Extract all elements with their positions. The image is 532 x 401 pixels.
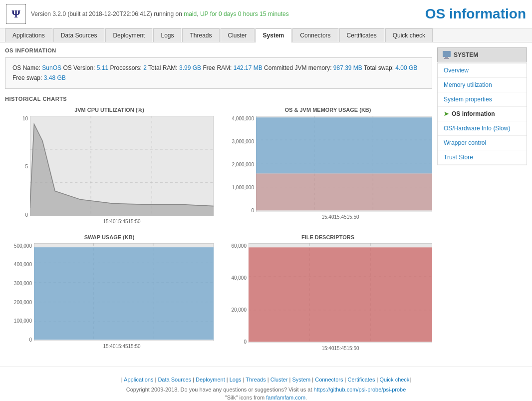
memory-y-3m: 3,000,000	[232, 139, 255, 144]
file-x-1540: 15:40	[321, 346, 334, 351]
nav-applications[interactable]: Applications	[5, 28, 52, 42]
footer-quick-check[interactable]: Quick check	[379, 377, 409, 383]
footer-connectors[interactable]: Connectors	[315, 377, 343, 383]
file-y-axis: 60,000 40,000 20,000 0	[224, 243, 249, 345]
footer-applications[interactable]: Applications	[124, 377, 153, 383]
file-chart-wrapper	[249, 243, 432, 345]
nav-deployment[interactable]: Deployment	[105, 28, 152, 42]
memory-x-axis: 15:40 15:45 15:50	[296, 214, 359, 220]
svg-rect-15	[256, 173, 432, 210]
cpu-x-1540: 15:40	[103, 219, 115, 224]
cpu-y-axis: 10 5 0	[5, 116, 30, 218]
os-version-value: 5.11	[97, 64, 108, 71]
swap-y-400k: 400,000	[14, 262, 32, 267]
swap-svg	[34, 243, 214, 341]
footer-data-sources[interactable]: Data Sources	[158, 377, 191, 383]
server-link[interactable]: maid	[184, 10, 197, 17]
svg-rect-14	[256, 117, 432, 173]
cpu-x-1545: 15:45	[115, 219, 128, 224]
sidebar-item-memory-utilization[interactable]: Memory utilization	[438, 78, 527, 92]
nav-quick-check[interactable]: Quick check	[385, 28, 433, 42]
system-properties-label: System properties	[444, 96, 492, 103]
memory-y-4m: 4,000,000	[232, 116, 255, 121]
memory-x-1540: 15:40	[321, 214, 334, 220]
footer-github-link[interactable]: https://github.com/psi-probe/psi-probe	[314, 387, 406, 393]
footer-threads[interactable]: Threads	[246, 377, 266, 383]
memory-utilization-label: Memory utilization	[444, 81, 492, 88]
cpu-y-10: 10	[22, 116, 28, 121]
svg-rect-23	[34, 247, 214, 340]
main-container: OS INFORMATION OS Name: SunOS OS Version…	[0, 42, 532, 356]
file-y-40k: 40,000	[231, 275, 247, 281]
committed-jvm-value: 987.39 MB	[333, 64, 362, 71]
nav-system[interactable]: System	[256, 28, 292, 42]
memory-svg	[256, 116, 432, 212]
footer-copyright: Copyright 2009-2018. Do you have any que…	[5, 387, 527, 393]
os-name-value: SunOS	[42, 64, 61, 71]
total-swap-value: 4.00 GB	[395, 64, 417, 71]
file-y-60k: 60,000	[231, 243, 247, 249]
sidebar-item-os-information[interactable]: ➤ OS information	[438, 107, 527, 121]
svg-rect-32	[444, 58, 449, 59]
memory-chart-title: OS & JVM MEMORY USAGE (KB)	[285, 107, 371, 113]
footer-famfamfam-link[interactable]: famfamfam.com	[266, 395, 305, 401]
sidebar-item-os-hardware[interactable]: OS/Hardware Info (Slow)	[438, 121, 527, 136]
memory-chart: OS & JVM MEMORY USAGE (KB) 4,000,000 3,0…	[224, 107, 432, 224]
header: Ψ Version 3.2.0 (built at 2018-12-20T22:…	[0, 0, 532, 28]
memory-x-1550: 15:50	[347, 214, 359, 220]
swap-y-200k: 200,000	[14, 300, 32, 305]
cpu-y-5: 5	[25, 164, 28, 169]
page-title: OS information	[425, 6, 526, 22]
nav-connectors[interactable]: Connectors	[292, 28, 338, 42]
sidebar-item-system-properties[interactable]: System properties	[438, 92, 527, 107]
content-area: OS INFORMATION OS Name: SunOS OS Version…	[5, 47, 432, 351]
free-swap-value: 3.48 GB	[44, 74, 66, 81]
cpu-chart-title: JVM CPU UTILIZATION (%)	[74, 107, 144, 113]
os-version-label: OS Version:	[63, 64, 96, 71]
free-ram-label: Free RAM:	[203, 64, 233, 71]
sidebar-header: SYSTEM	[437, 47, 527, 62]
wrapper-control-label: Wrapper control	[444, 139, 486, 146]
swap-y-500k: 500,000	[14, 243, 32, 249]
os-information-label: OS information	[452, 110, 495, 117]
nav-certificates[interactable]: Certificates	[339, 28, 384, 42]
footer-logs[interactable]: Logs	[230, 377, 242, 383]
header-left: Ψ Version 3.2.0 (built at 2018-12-20T22:…	[6, 4, 289, 24]
sidebar-item-overview[interactable]: Overview	[438, 63, 527, 78]
swap-y-0: 0	[29, 337, 32, 343]
file-chart-title: FILE DESCRIPTORS	[301, 234, 354, 240]
memory-chart-area: 4,000,000 3,000,000 2,000,000 1,000,000 …	[224, 116, 432, 214]
footer-system[interactable]: System	[292, 377, 311, 383]
swap-x-axis: 15:40 15:45 15:50	[78, 344, 140, 349]
footer-deployment[interactable]: Deployment	[196, 377, 225, 383]
memory-y-2m: 2,000,000	[232, 162, 255, 167]
overview-label: Overview	[444, 67, 469, 74]
footer-certificates[interactable]: Certificates	[347, 377, 375, 383]
swap-chart-area: 500,000 400,000 300,000 200,000 100,000 …	[5, 243, 214, 343]
sidebar-item-wrapper-control[interactable]: Wrapper control	[438, 136, 527, 150]
sidebar-item-trust-store[interactable]: Trust Store	[438, 150, 527, 165]
memory-x-1545: 15:45	[334, 214, 346, 220]
nav-data-sources[interactable]: Data Sources	[53, 28, 105, 42]
swap-chart-title: SWAP USAGE (KB)	[84, 234, 135, 240]
total-ram-value: 3.99 GB	[179, 64, 201, 71]
file-y-0: 0	[244, 339, 247, 345]
charts-grid: JVM CPU UTILIZATION (%) 10 5 0	[5, 107, 432, 351]
footer-cluster[interactable]: Cluster	[270, 377, 288, 383]
swap-x-1540: 15:40	[103, 344, 115, 349]
nav-threads[interactable]: Threads	[182, 28, 219, 42]
swap-x-1550: 15:50	[128, 344, 141, 349]
file-x-axis: 15:40 15:45 15:50	[296, 346, 359, 351]
svg-rect-29	[249, 247, 432, 342]
file-chart: FILE DESCRIPTORS 60,000 40,000 20,000 0	[224, 234, 432, 352]
cpu-svg	[30, 116, 214, 216]
main-nav: Applications Data Sources Deployment Log…	[0, 28, 532, 42]
os-name-label: OS Name:	[12, 64, 40, 71]
footer-silk-text: "Silk" icons from famfamfam.com.	[5, 395, 527, 401]
nav-logs[interactable]: Logs	[153, 28, 181, 42]
sidebar-header-label: SYSTEM	[454, 51, 478, 58]
memory-chart-wrapper	[256, 116, 432, 214]
nav-cluster[interactable]: Cluster	[221, 28, 255, 42]
swap-y-100k: 100,000	[14, 318, 32, 324]
committed-jvm-label: Committed JVM memory:	[264, 64, 333, 71]
